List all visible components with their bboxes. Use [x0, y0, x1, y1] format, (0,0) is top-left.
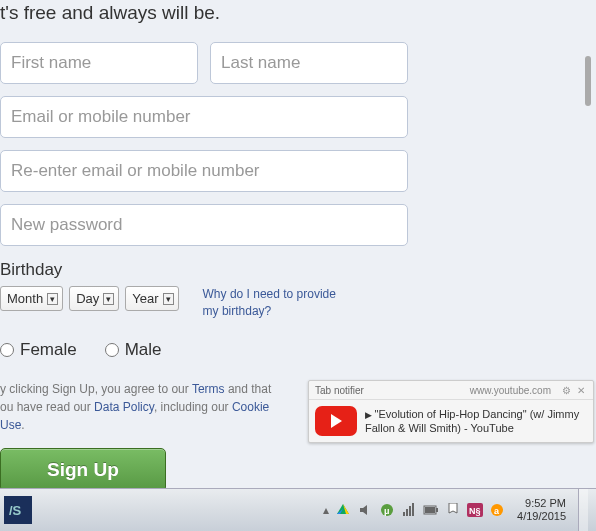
tray-wifi-icon[interactable] [401, 502, 417, 518]
chevron-down-icon: ▾ [47, 293, 58, 305]
clock-date: 4/19/2015 [517, 510, 566, 523]
why-birthday-link[interactable]: Why do I need to providemy birthday? [203, 286, 336, 320]
birthday-label: Birthday [0, 260, 596, 280]
tab-notifier-body[interactable]: ▶ "Evolution of Hip-Hop Dancing" (w/ Jim… [309, 400, 593, 442]
month-select-label: Month [7, 291, 43, 306]
tab-notifier-title: Tab notifier [315, 385, 364, 396]
tray-volume-icon[interactable] [357, 502, 373, 518]
cookie-use-link[interactable]: Cookie [232, 400, 269, 414]
female-label: Female [20, 340, 77, 360]
year-select-label: Year [132, 291, 158, 306]
play-icon: ▶ [365, 410, 375, 420]
svg-rect-8 [406, 509, 408, 516]
signup-button[interactable]: Sign Up [0, 448, 166, 492]
tray-google-drive-icon[interactable] [335, 502, 351, 518]
taskbar-clock[interactable]: 9:52 PM 4/19/2015 [517, 497, 566, 523]
close-icon[interactable]: ✕ [575, 384, 587, 396]
youtube-icon [315, 406, 357, 436]
taskbar-app-photoshop[interactable]: /S [0, 491, 36, 529]
gender-female-option[interactable]: Female [0, 340, 77, 360]
scrollbar-thumb[interactable] [585, 56, 591, 106]
svg-text:/S: /S [9, 503, 22, 518]
system-tray: ▴ μ N§ a 9:52 PM 4/19/2015 [323, 489, 596, 531]
gender-male-option[interactable]: Male [105, 340, 162, 360]
tab-notifier-popup: Tab notifier www.youtube.com ⚙ ✕ ▶ "Evol… [308, 380, 594, 443]
password-input[interactable] [0, 204, 408, 246]
female-radio[interactable] [0, 343, 14, 357]
cookie-use-link-2[interactable]: Use [0, 418, 21, 432]
tagline: t's free and always will be. [0, 2, 596, 24]
svg-rect-7 [403, 512, 405, 516]
tab-notifier-header: Tab notifier www.youtube.com ⚙ ✕ [309, 381, 593, 400]
tray-battery-icon[interactable] [423, 502, 439, 518]
year-select[interactable]: Year ▾ [125, 286, 178, 311]
chevron-down-icon: ▾ [163, 293, 174, 305]
male-radio[interactable] [105, 343, 119, 357]
svg-rect-10 [412, 503, 414, 516]
name-row [0, 42, 596, 84]
taskbar: /S ▴ μ N§ a 9:52 PM 4/19/2015 [0, 488, 596, 531]
svg-text:N§: N§ [469, 506, 481, 516]
day-select-label: Day [76, 291, 99, 306]
month-select[interactable]: Month ▾ [0, 286, 63, 311]
gender-row: Female Male [0, 340, 596, 360]
svg-text:μ: μ [384, 506, 390, 516]
day-select[interactable]: Day ▾ [69, 286, 119, 311]
tray-expand-icon[interactable]: ▴ [323, 503, 329, 517]
email-input[interactable] [0, 96, 408, 138]
last-name-input[interactable] [210, 42, 408, 84]
clock-time: 9:52 PM [517, 497, 566, 510]
tray-netspeed-icon[interactable]: N§ [467, 502, 483, 518]
gear-icon[interactable]: ⚙ [560, 384, 572, 396]
tray-avast-icon[interactable]: a [489, 502, 505, 518]
tray-utorrent-icon[interactable]: μ [379, 502, 395, 518]
male-label: Male [125, 340, 162, 360]
terms-text: y clicking Sign Up, you agree to our Ter… [0, 380, 330, 434]
tray-action-center-icon[interactable] [445, 502, 461, 518]
terms-link[interactable]: Terms [192, 382, 225, 396]
svg-rect-9 [409, 506, 411, 516]
tab-notifier-text: ▶ "Evolution of Hip-Hop Dancing" (w/ Jim… [365, 407, 587, 436]
show-desktop-button[interactable] [578, 489, 588, 532]
svg-rect-12 [436, 508, 438, 512]
reenter-email-input[interactable] [0, 150, 408, 192]
data-policy-link[interactable]: Data Policy [94, 400, 154, 414]
chevron-down-icon: ▾ [103, 293, 114, 305]
birthday-row: Month ▾ Day ▾ Year ▾ Why do I need to pr… [0, 286, 596, 320]
first-name-input[interactable] [0, 42, 198, 84]
tab-notifier-domain: www.youtube.com [470, 385, 551, 396]
svg-rect-13 [425, 507, 435, 513]
